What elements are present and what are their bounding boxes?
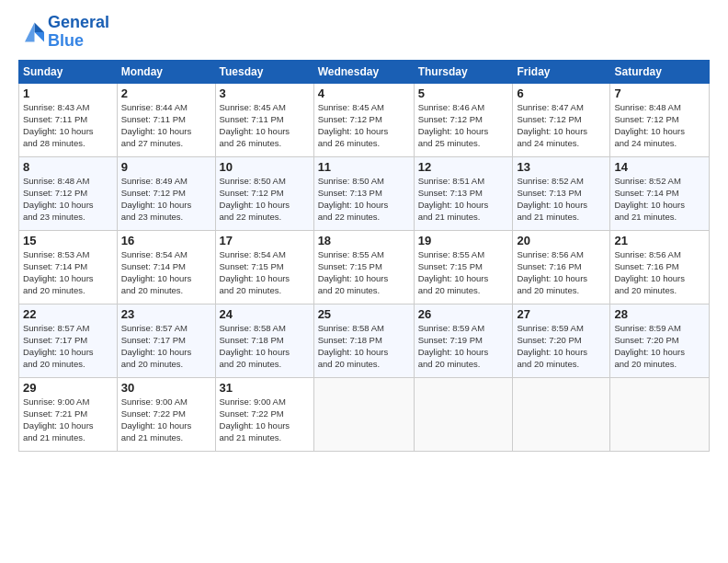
svg-marker-3 xyxy=(25,22,35,41)
day-number: 11 xyxy=(318,160,410,174)
calendar-day-cell: 24Sunrise: 8:58 AM Sunset: 7:18 PM Dayli… xyxy=(215,304,313,377)
day-number: 13 xyxy=(517,160,606,174)
calendar-day-cell: 8Sunrise: 8:48 AM Sunset: 7:12 PM Daylig… xyxy=(19,156,118,230)
day-number: 17 xyxy=(220,234,310,247)
calendar-day-cell: 14Sunrise: 8:52 AM Sunset: 7:14 PM Dayli… xyxy=(610,156,710,230)
day-info: Sunrise: 9:00 AM Sunset: 7:22 PM Dayligh… xyxy=(121,396,211,444)
calendar-day-cell: 21Sunrise: 8:56 AM Sunset: 7:16 PM Dayli… xyxy=(610,230,710,304)
svg-marker-1 xyxy=(35,22,45,32)
calendar-day-cell: 4Sunrise: 8:45 AM Sunset: 7:12 PM Daylig… xyxy=(313,83,414,156)
day-info: Sunrise: 8:45 AM Sunset: 7:12 PM Dayligh… xyxy=(318,101,410,150)
calendar-week-row: 1Sunrise: 8:43 AM Sunset: 7:11 PM Daylig… xyxy=(19,83,710,156)
calendar-day-cell xyxy=(414,377,513,451)
calendar-day-cell: 12Sunrise: 8:51 AM Sunset: 7:13 PM Dayli… xyxy=(414,156,513,230)
day-number: 5 xyxy=(418,86,509,100)
svg-marker-2 xyxy=(35,32,45,42)
calendar-day-cell: 26Sunrise: 8:59 AM Sunset: 7:19 PM Dayli… xyxy=(414,304,513,377)
day-info: Sunrise: 8:57 AM Sunset: 7:17 PM Dayligh… xyxy=(121,322,211,371)
day-number: 7 xyxy=(614,86,705,100)
weekday-header-cell: Tuesday xyxy=(215,60,313,83)
day-info: Sunrise: 8:49 AM Sunset: 7:12 PM Dayligh… xyxy=(121,175,211,224)
calendar-day-cell: 25Sunrise: 8:58 AM Sunset: 7:18 PM Dayli… xyxy=(313,304,414,377)
day-number: 16 xyxy=(121,234,211,247)
weekday-header-cell: Wednesday xyxy=(313,60,414,83)
day-info: Sunrise: 8:58 AM Sunset: 7:18 PM Dayligh… xyxy=(220,322,310,371)
calendar-week-row: 15Sunrise: 8:53 AM Sunset: 7:14 PM Dayli… xyxy=(19,230,710,304)
calendar-day-cell: 29Sunrise: 9:00 AM Sunset: 7:21 PM Dayli… xyxy=(19,377,118,451)
day-number: 8 xyxy=(23,160,113,174)
logo-icon xyxy=(18,19,44,45)
day-info: Sunrise: 8:58 AM Sunset: 7:18 PM Dayligh… xyxy=(318,322,410,371)
day-info: Sunrise: 8:44 AM Sunset: 7:11 PM Dayligh… xyxy=(121,101,211,150)
calendar-week-row: 29Sunrise: 9:00 AM Sunset: 7:21 PM Dayli… xyxy=(19,377,710,451)
calendar-day-cell: 27Sunrise: 8:59 AM Sunset: 7:20 PM Dayli… xyxy=(513,304,610,377)
calendar-day-cell: 22Sunrise: 8:57 AM Sunset: 7:17 PM Dayli… xyxy=(19,304,118,377)
calendar-day-cell: 20Sunrise: 8:56 AM Sunset: 7:16 PM Dayli… xyxy=(513,230,610,304)
calendar-table: SundayMondayTuesdayWednesdayThursdayFrid… xyxy=(18,60,710,452)
day-number: 4 xyxy=(318,86,410,100)
calendar-day-cell xyxy=(513,377,610,451)
day-number: 28 xyxy=(614,307,705,321)
calendar-day-cell: 7Sunrise: 8:48 AM Sunset: 7:12 PM Daylig… xyxy=(610,83,710,156)
calendar-day-cell: 28Sunrise: 8:59 AM Sunset: 7:20 PM Dayli… xyxy=(610,304,710,377)
day-info: Sunrise: 8:53 AM Sunset: 7:14 PM Dayligh… xyxy=(23,248,113,297)
day-number: 27 xyxy=(517,307,606,321)
weekday-header-cell: Saturday xyxy=(610,60,710,83)
day-info: Sunrise: 8:50 AM Sunset: 7:13 PM Dayligh… xyxy=(318,175,410,224)
day-number: 25 xyxy=(318,307,410,321)
day-number: 31 xyxy=(220,381,310,395)
day-number: 23 xyxy=(121,307,211,321)
weekday-header-cell: Friday xyxy=(513,60,610,83)
calendar-day-cell: 10Sunrise: 8:50 AM Sunset: 7:12 PM Dayli… xyxy=(215,156,313,230)
day-info: Sunrise: 8:50 AM Sunset: 7:12 PM Dayligh… xyxy=(220,175,310,224)
day-info: Sunrise: 8:51 AM Sunset: 7:13 PM Dayligh… xyxy=(418,175,509,224)
day-info: Sunrise: 9:00 AM Sunset: 7:22 PM Dayligh… xyxy=(220,396,310,444)
calendar-day-cell: 16Sunrise: 8:54 AM Sunset: 7:14 PM Dayli… xyxy=(117,230,215,304)
weekday-header-cell: Thursday xyxy=(414,60,513,83)
calendar-day-cell: 13Sunrise: 8:52 AM Sunset: 7:13 PM Dayli… xyxy=(513,156,610,230)
day-info: Sunrise: 8:43 AM Sunset: 7:11 PM Dayligh… xyxy=(23,101,113,150)
calendar-day-cell: 30Sunrise: 9:00 AM Sunset: 7:22 PM Dayli… xyxy=(117,377,215,451)
calendar-day-cell xyxy=(313,377,414,451)
calendar-day-cell: 17Sunrise: 8:54 AM Sunset: 7:15 PM Dayli… xyxy=(215,230,313,304)
day-number: 1 xyxy=(23,86,113,100)
day-info: Sunrise: 8:46 AM Sunset: 7:12 PM Dayligh… xyxy=(418,101,509,150)
page-header: General Blue xyxy=(18,14,710,51)
calendar-week-row: 8Sunrise: 8:48 AM Sunset: 7:12 PM Daylig… xyxy=(19,156,710,230)
weekday-header-cell: Sunday xyxy=(19,60,118,83)
calendar-day-cell: 3Sunrise: 8:45 AM Sunset: 7:11 PM Daylig… xyxy=(215,83,313,156)
calendar-day-cell: 15Sunrise: 8:53 AM Sunset: 7:14 PM Dayli… xyxy=(19,230,118,304)
day-number: 20 xyxy=(517,234,606,247)
calendar-day-cell: 1Sunrise: 8:43 AM Sunset: 7:11 PM Daylig… xyxy=(19,83,118,156)
calendar-day-cell: 5Sunrise: 8:46 AM Sunset: 7:12 PM Daylig… xyxy=(414,83,513,156)
day-number: 15 xyxy=(23,234,113,247)
day-number: 14 xyxy=(614,160,705,174)
day-info: Sunrise: 8:57 AM Sunset: 7:17 PM Dayligh… xyxy=(23,322,113,371)
day-number: 6 xyxy=(517,86,606,100)
calendar-day-cell: 18Sunrise: 8:55 AM Sunset: 7:15 PM Dayli… xyxy=(313,230,414,304)
day-number: 26 xyxy=(418,307,509,321)
day-info: Sunrise: 8:55 AM Sunset: 7:15 PM Dayligh… xyxy=(418,248,509,297)
day-info: Sunrise: 8:59 AM Sunset: 7:20 PM Dayligh… xyxy=(614,322,705,371)
day-info: Sunrise: 8:48 AM Sunset: 7:12 PM Dayligh… xyxy=(614,101,705,150)
day-info: Sunrise: 8:55 AM Sunset: 7:15 PM Dayligh… xyxy=(318,248,410,297)
day-info: Sunrise: 8:56 AM Sunset: 7:16 PM Dayligh… xyxy=(614,248,705,297)
logo-text: General Blue xyxy=(48,14,109,51)
weekday-header-cell: Monday xyxy=(117,60,215,83)
calendar-day-cell: 31Sunrise: 9:00 AM Sunset: 7:22 PM Dayli… xyxy=(215,377,313,451)
calendar-day-cell: 2Sunrise: 8:44 AM Sunset: 7:11 PM Daylig… xyxy=(117,83,215,156)
calendar-body: 1Sunrise: 8:43 AM Sunset: 7:11 PM Daylig… xyxy=(19,83,710,451)
day-info: Sunrise: 8:48 AM Sunset: 7:12 PM Dayligh… xyxy=(23,175,113,224)
calendar-day-cell: 19Sunrise: 8:55 AM Sunset: 7:15 PM Dayli… xyxy=(414,230,513,304)
day-info: Sunrise: 8:59 AM Sunset: 7:19 PM Dayligh… xyxy=(418,322,509,371)
day-number: 29 xyxy=(23,381,113,395)
logo: General Blue xyxy=(18,14,109,51)
day-number: 3 xyxy=(220,86,310,100)
day-number: 22 xyxy=(23,307,113,321)
day-info: Sunrise: 8:54 AM Sunset: 7:14 PM Dayligh… xyxy=(121,248,211,297)
day-info: Sunrise: 8:45 AM Sunset: 7:11 PM Dayligh… xyxy=(220,101,310,150)
day-number: 12 xyxy=(418,160,509,174)
calendar-day-cell: 23Sunrise: 8:57 AM Sunset: 7:17 PM Dayli… xyxy=(117,304,215,377)
day-info: Sunrise: 8:52 AM Sunset: 7:14 PM Dayligh… xyxy=(614,175,705,224)
day-info: Sunrise: 9:00 AM Sunset: 7:21 PM Dayligh… xyxy=(23,396,113,444)
